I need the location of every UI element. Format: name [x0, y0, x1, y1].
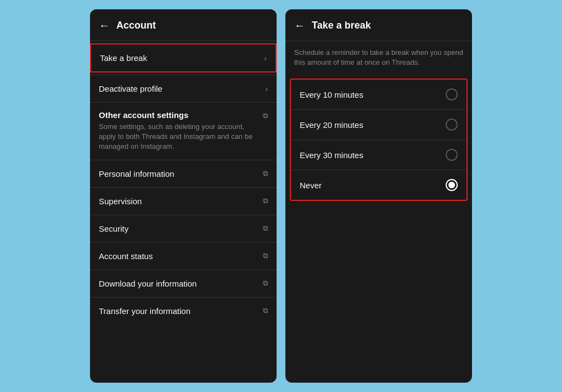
option-10-min-label: Every 10 minutes [300, 90, 363, 99]
right-panel-title: Take a break [312, 20, 371, 31]
security-label: Security [99, 224, 128, 233]
right-panel: ← Take a break Schedule a reminder to ta… [285, 9, 472, 383]
personal-information-item[interactable]: Personal information ⧉ [90, 160, 277, 187]
left-panel: ← Account Take a break › Deactivate prof… [90, 9, 277, 383]
supervision-label: Supervision [99, 197, 142, 206]
right-back-arrow[interactable]: ← [294, 19, 305, 32]
option-never-label: Never [300, 181, 322, 190]
right-header: ← Take a break [285, 9, 472, 41]
left-header: ← Account [90, 9, 277, 41]
download-info-icon: ⧉ [263, 279, 268, 288]
take-a-break-chevron: › [264, 54, 267, 63]
deactivate-profile-chevron: › [265, 85, 268, 93]
option-20-min-label: Every 20 minutes [300, 120, 363, 130]
security-item[interactable]: Security ⧉ [90, 215, 277, 242]
option-never-radio[interactable] [446, 179, 458, 191]
option-never[interactable]: Never [291, 170, 467, 200]
option-30-min-label: Every 30 minutes [300, 150, 363, 160]
option-10-min-radio[interactable] [446, 88, 458, 100]
account-status-label: Account status [99, 251, 153, 261]
option-20-min-radio[interactable] [446, 119, 458, 131]
other-settings-icon: ⧉ [263, 111, 268, 120]
menu-items-list: Personal information ⧉ Supervision ⧉ Sec… [90, 160, 277, 324]
option-30-min[interactable]: Every 30 minutes [291, 140, 467, 170]
supervision-icon: ⧉ [263, 197, 268, 205]
other-settings-label: Other account settings [99, 110, 258, 122]
security-icon: ⧉ [263, 224, 268, 233]
deactivate-profile-label: Deactivate profile [99, 84, 162, 93]
transfer-info-icon: ⧉ [263, 306, 268, 315]
deactivate-profile-item[interactable]: Deactivate profile › [90, 75, 277, 102]
account-status-item[interactable]: Account status ⧉ [90, 243, 277, 270]
left-back-arrow[interactable]: ← [99, 19, 110, 32]
option-30-min-radio[interactable] [446, 149, 458, 161]
download-info-label: Download your information [99, 279, 196, 288]
option-20-min[interactable]: Every 20 minutes [291, 110, 467, 140]
personal-information-label: Personal information [99, 169, 175, 178]
break-options-group: Every 10 minutes Every 20 minutes Every … [290, 79, 468, 201]
account-status-icon: ⧉ [263, 251, 268, 260]
other-account-settings-item[interactable]: Other account settings Some settings, su… [90, 103, 277, 160]
option-10-min[interactable]: Every 10 minutes [291, 80, 467, 110]
right-subtitle: Schedule a reminder to take a break when… [285, 41, 472, 76]
personal-information-icon: ⧉ [263, 169, 268, 178]
other-settings-description: Some settings, such as deleting your acc… [99, 122, 258, 152]
transfer-info-label: Transfer your information [99, 306, 190, 316]
download-info-item[interactable]: Download your information ⧉ [90, 270, 277, 297]
divider-1 [90, 41, 277, 41]
take-a-break-label: Take a break [100, 53, 147, 63]
transfer-info-item[interactable]: Transfer your information ⧉ [90, 298, 277, 324]
take-a-break-item[interactable]: Take a break › [90, 43, 277, 72]
supervision-item[interactable]: Supervision ⧉ [90, 188, 277, 215]
left-panel-title: Account [116, 20, 156, 31]
